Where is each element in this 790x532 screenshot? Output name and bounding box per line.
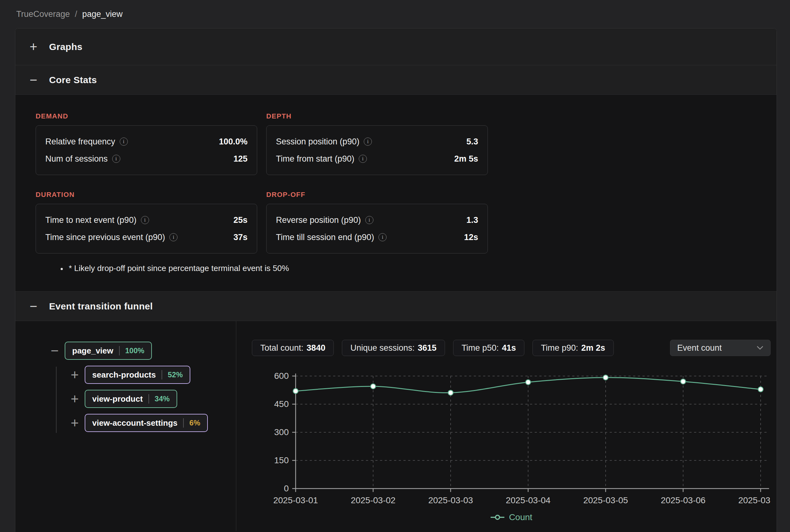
stat-label: Time from start (p90): [276, 154, 354, 164]
node-divider: [119, 346, 120, 355]
node-divider: [149, 394, 149, 403]
section-title-funnel: Event transition funnel: [49, 301, 153, 312]
info-icon[interactable]: i: [169, 233, 177, 241]
stat-label: Time till session end (p90): [276, 232, 374, 242]
stat-value: 25s: [233, 215, 248, 225]
svg-text:2025-03-05: 2025-03-05: [583, 495, 628, 505]
section-header-core-stats[interactable]: − Core Stats: [15, 65, 776, 95]
node-percent: 34%: [155, 395, 170, 403]
svg-text:2025-03-01: 2025-03-01: [273, 495, 318, 505]
node-percent: 100%: [125, 346, 144, 355]
svg-text:150: 150: [274, 455, 289, 465]
info-icon[interactable]: i: [379, 233, 387, 241]
stat-value: 5.3: [466, 137, 478, 147]
category-label: DEPTH: [266, 112, 488, 120]
main-panel: + Graphs − Core Stats DEMAND Relative fr…: [15, 28, 777, 532]
stat-row: Time to next event (p90) i 25s: [45, 215, 248, 225]
collapse-icon[interactable]: −: [48, 344, 61, 358]
stat-row: Time since previous event (p90) i 37s: [45, 232, 248, 242]
expand-icon[interactable]: +: [27, 40, 40, 54]
stat-row: Reverse position (p90) i 1.3: [276, 215, 478, 225]
stat-group-demand: DEMAND Relative frequency i 100.0% Num o…: [36, 112, 257, 175]
info-icon[interactable]: i: [141, 216, 149, 224]
info-icon[interactable]: i: [364, 137, 372, 146]
top-bar: TrueCoverage / page_view: [0, 0, 790, 28]
svg-text:2025-03-04: 2025-03-04: [506, 495, 550, 505]
stat-card: Time to next event (p90) i 25s Time sinc…: [36, 204, 257, 253]
funnel-node-view-account-settings[interactable]: view-account-settings 6%: [85, 414, 208, 432]
tree-row-page-view: − page_view 100%: [48, 342, 152, 360]
stat-card: Relative frequency i 100.0% Num of sessi…: [36, 125, 257, 175]
node-percent: 52%: [168, 370, 183, 379]
node-percent: 6%: [189, 419, 200, 427]
stat-row: Num of sessions i 125: [45, 154, 248, 164]
stat-value: 12s: [464, 232, 478, 242]
node-divider: [183, 418, 184, 428]
stat-label: Time since previous event (p90): [45, 232, 165, 242]
event-count-chart: 01503004506002025-03-012025-03-022025-03…: [252, 370, 771, 522]
breadcrumb-page: page_view: [82, 10, 122, 19]
collapse-icon[interactable]: −: [27, 73, 40, 87]
svg-text:2025-03-03: 2025-03-03: [428, 495, 473, 505]
funnel-node-view-product[interactable]: view-product 34%: [85, 390, 177, 408]
stat-label: Time to next event (p90): [45, 215, 137, 225]
chip-unique-sessions: Unique sessions: 3615: [342, 340, 445, 356]
category-label: DEMAND: [36, 112, 257, 120]
section-title-graphs: Graphs: [49, 42, 82, 52]
stat-value: 37s: [233, 232, 248, 242]
expand-icon[interactable]: +: [68, 392, 81, 406]
funnel-content: − page_view 100% + search-products 52% +: [15, 321, 776, 531]
svg-text:2025-03-07: 2025-03-07: [738, 495, 771, 505]
stat-group-duration: DURATION Time to next event (p90) i 25s …: [36, 191, 257, 253]
funnel-node-search-products[interactable]: search-products 52%: [85, 366, 190, 384]
stat-row: Time till session end (p90) i 12s: [276, 232, 478, 242]
stat-label: Num of sessions: [45, 154, 108, 164]
stat-value: 2m 5s: [454, 154, 478, 164]
metric-select-value: Event count: [677, 343, 722, 353]
stat-card: Session position (p90) i 5.3 Time from s…: [266, 125, 488, 175]
chip-time-p90: Time p90: 2m 2s: [533, 340, 614, 356]
stat-value: 1.3: [466, 215, 478, 225]
drop-off-note: * Likely drop-off point since percentage…: [67, 264, 776, 273]
expand-icon[interactable]: +: [68, 368, 81, 382]
info-icon[interactable]: i: [365, 216, 373, 224]
stat-label: Session position (p90): [276, 137, 359, 147]
tree-row-search-products: + search-products 52%: [68, 366, 190, 384]
stat-card: Reverse position (p90) i 1.3 Time till s…: [266, 204, 488, 253]
expand-icon[interactable]: +: [68, 416, 81, 430]
legend-line-icon: [490, 514, 505, 520]
stat-chips-row: Total count: 3840 Unique sessions: 3615 …: [252, 340, 771, 356]
stat-label: Relative frequency: [45, 137, 115, 147]
stat-value: 125: [233, 154, 248, 164]
info-icon[interactable]: i: [112, 155, 120, 163]
funnel-node-page-view[interactable]: page_view 100%: [65, 342, 152, 360]
stat-group-drop-off: DROP-OFF Reverse position (p90) i 1.3 Ti…: [266, 191, 488, 253]
node-divider: [161, 370, 162, 379]
info-icon[interactable]: i: [359, 155, 367, 163]
info-icon[interactable]: i: [120, 137, 128, 146]
funnel-tree: − page_view 100% + search-products 52% +: [15, 321, 236, 531]
funnel-chart-pane: Total count: 3840 Unique sessions: 3615 …: [236, 321, 777, 531]
section-header-graphs[interactable]: + Graphs: [15, 28, 776, 65]
tree-row-view-product: + view-product 34%: [68, 390, 177, 408]
stat-row: Session position (p90) i 5.3: [276, 137, 478, 147]
section-header-funnel[interactable]: − Event transition funnel: [15, 292, 776, 321]
svg-text:2025-03-02: 2025-03-02: [351, 495, 395, 505]
svg-text:450: 450: [274, 399, 289, 409]
category-label: DURATION: [36, 191, 257, 199]
metric-select[interactable]: Event count: [670, 340, 771, 356]
collapse-icon[interactable]: −: [27, 300, 40, 313]
chevron-down-icon: [756, 346, 764, 350]
breadcrumb-app[interactable]: TrueCoverage: [16, 10, 70, 19]
core-stats-content: DEMAND Relative frequency i 100.0% Num o…: [15, 95, 776, 292]
svg-text:2025-03-06: 2025-03-06: [661, 495, 705, 505]
section-title-core-stats: Core Stats: [49, 75, 97, 86]
category-label: DROP-OFF: [266, 191, 488, 199]
stat-label: Reverse position (p90): [276, 215, 361, 225]
chart-legend[interactable]: Count: [252, 512, 771, 522]
legend-label: Count: [509, 512, 533, 522]
breadcrumb-separator: /: [75, 10, 77, 19]
svg-text:300: 300: [274, 427, 289, 437]
stat-group-depth: DEPTH Session position (p90) i 5.3 Time …: [266, 112, 488, 175]
chip-total-count: Total count: 3840: [252, 340, 334, 356]
